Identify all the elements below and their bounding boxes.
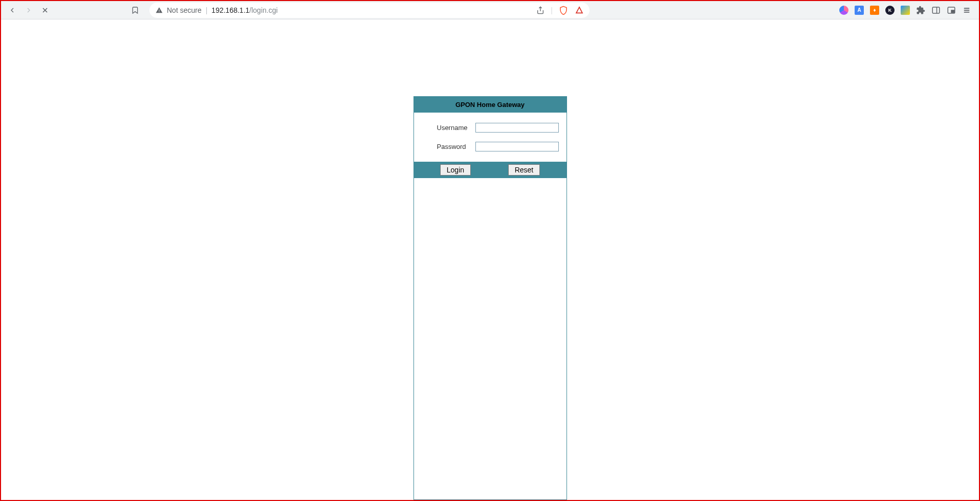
forward-button[interactable] [21,3,36,17]
share-icon[interactable] [536,6,545,14]
login-footer: Login Reset [414,162,567,178]
login-title: GPON Home Gateway [414,97,567,113]
extension-icon-5[interactable] [900,5,910,15]
browser-menu-icon[interactable] [962,5,972,15]
extension-translate-icon[interactable]: A [854,5,864,15]
extension-icons: A ♦ K [839,5,975,15]
password-input[interactable] [475,142,559,151]
warning-icon [156,7,163,14]
login-button[interactable]: Login [440,164,471,176]
svg-rect-4 [951,10,954,13]
username-input[interactable] [475,123,559,133]
password-label: Password [422,143,470,150]
bookmark-button[interactable] [128,3,142,17]
login-panel: GPON Home Gateway Username Password Logi… [413,96,567,500]
svg-rect-1 [932,7,940,13]
wallet-icon[interactable] [946,5,956,15]
back-button[interactable] [5,3,19,17]
password-row: Password [422,142,559,151]
extension-icon-4[interactable]: K [885,5,895,15]
username-label: Username [422,124,470,132]
reset-button[interactable]: Reset [508,164,540,176]
browser-toolbar: Not secure | 192.168.1.1/login.cgi | A ♦… [1,1,979,19]
login-form: Username Password [414,113,567,162]
stop-button[interactable] [38,3,52,17]
url-divider: | [206,6,208,14]
username-row: Username [422,123,559,133]
address-bar[interactable]: Not secure | 192.168.1.1/login.cgi | [149,3,590,18]
side-panel-icon[interactable] [931,5,941,15]
url-text: 192.168.1.1/login.cgi [211,6,277,14]
security-status: Not secure [167,6,202,14]
brave-rewards-icon[interactable] [575,6,583,14]
brave-shield-icon[interactable] [559,6,568,15]
extensions-menu-icon[interactable] [916,5,926,15]
extension-hubspot-icon[interactable]: ♦ [869,5,880,15]
extension-icon-1[interactable] [839,5,849,15]
page-content: GPON Home Gateway Username Password Logi… [1,19,979,500]
